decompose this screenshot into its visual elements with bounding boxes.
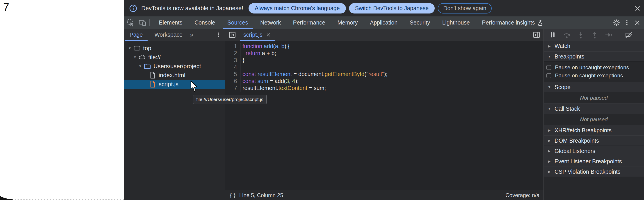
tab-sources[interactable]: Sources [221,16,254,29]
line-number[interactable]: 4 [225,64,237,71]
section-label: Watch [554,43,570,49]
debugger-pane: ▶Watch▼BreakpointsPause on uncaught exce… [544,29,644,200]
close-icon[interactable] [266,32,271,37]
format-code-icon[interactable]: { } [230,192,236,199]
line-number[interactable]: 6 [225,78,237,85]
section-label: XHR/fetch Breakpoints [554,127,612,134]
deactivate-breakpoints-icon[interactable] [624,31,633,39]
info-icon [129,4,137,12]
chevron-down-icon[interactable]: ▼ [132,55,138,59]
checkbox-icon[interactable] [546,73,552,78]
infobar-close-icon[interactable] [634,4,641,12]
section-placeholder: Not paused [544,114,644,125]
tab-security[interactable]: Security [404,16,436,29]
chevron-down-icon[interactable]: ▼ [127,46,133,50]
gutter-divider [237,57,240,64]
section-breakpoints[interactable]: ▼Breakpoints [544,51,644,62]
section-xhr-fetch-breakpoints[interactable]: ▶XHR/fetch Breakpoints [544,125,644,135]
don-t-show-again-button[interactable]: Don't show again [438,3,492,13]
coverage-label: Coverage: n/a [506,192,540,199]
tab-label: Elements [159,19,182,26]
section-label: Event Listener Breakpoints [554,158,622,165]
close-icon[interactable] [634,19,641,26]
editor-tabbar: script.js [225,29,544,41]
checkbox-label: Pause on caught exceptions [555,72,623,79]
code-line-3: 3} [225,57,544,64]
more-menu-icon[interactable] [623,19,630,26]
line-number[interactable]: 7 [225,85,237,92]
section-label: Global Listeners [554,148,595,154]
code-line-5: 5const resultElement = document.getEleme… [225,71,544,78]
tab-performance[interactable]: Performance [287,16,331,29]
tab-network[interactable]: Network [254,16,287,29]
language-infobar: DevTools is now available in Japanese! A… [124,0,644,16]
main-tab-strip: ElementsConsoleSourcesNetworkPerformance… [153,16,550,29]
tab-lighthouse[interactable]: Lighthouse [436,16,476,29]
section-watch[interactable]: ▶Watch [544,41,644,51]
section-label: DOM Breakpoints [554,138,599,144]
tree-item-script-js[interactable]: script.js [124,80,225,89]
chevron-right-icon: ▶ [547,139,552,142]
section-dom-breakpoints[interactable]: ▶DOM Breakpoints [544,135,644,146]
code-text: return a + b; [242,50,276,57]
section-label: Scope [554,84,570,90]
navigator-tab-page[interactable]: Page [124,29,148,41]
checkbox-icon[interactable] [546,65,552,70]
tree-item-users-user-project[interactable]: ▼Users/user/project [124,62,225,71]
option-pause-on-caught-exceptions[interactable]: Pause on caught exceptions [544,72,644,80]
gutter-divider [237,64,240,71]
section-label: Call Stack [554,106,580,112]
chevron-down-icon[interactable]: ▼ [137,64,143,68]
tab-performance-insights[interactable]: Performance insights [476,16,550,29]
tab-application[interactable]: Application [364,16,404,29]
section-csp-violation-breakpoints[interactable]: ▶CSP Violation Breakpoints [544,167,644,177]
navigator-tab-workspace[interactable]: Workspace [148,29,188,41]
tab-elements[interactable]: Elements [153,16,188,29]
code-line-7: 7resultElement.textContent = sum; [225,85,544,92]
section-call-stack[interactable]: ▼Call Stack [544,103,644,114]
device-toolbar-icon[interactable] [138,19,146,26]
code-text: function add(a, b) { [242,43,290,50]
switch-devtools-to-japanese-button[interactable]: Switch DevTools to Japanese [349,3,435,13]
tree-item-label: top [143,45,151,52]
code-area[interactable]: 1function add(a, b) {2 return a + b;3}45… [225,41,544,190]
toolbar-left-icons [127,16,146,29]
tree-item-file[interactable]: ▼file:// [124,53,225,62]
more-tabs-icon[interactable]: » [188,31,195,38]
navigator-tabbar: PageWorkspace » [124,29,225,41]
tree-item-index-html[interactable]: index.html [124,71,225,80]
editor-statusbar: { } Line 5, Column 25 Coverage: n/a [225,190,544,200]
inspect-icon[interactable] [127,19,134,26]
frame-icon [133,44,141,52]
toggle-navigator-icon[interactable] [228,31,236,39]
line-number[interactable]: 3 [225,57,237,64]
tree-item-label: file:// [148,54,161,61]
pause-icon[interactable] [549,31,557,39]
cursor-position-label: Line 5, Column 25 [239,192,283,199]
section-event-listener-breakpoints[interactable]: ▶Event Listener Breakpoints [544,156,644,167]
line-number[interactable]: 2 [225,50,237,57]
section-scope[interactable]: ▼Scope [544,82,644,92]
chevron-down-icon: ▼ [547,107,552,110]
tree-item-top[interactable]: ▼top [124,44,225,53]
settings-gear-icon[interactable] [613,19,620,26]
option-pause-on-uncaught-exceptions[interactable]: Pause on uncaught exceptions [544,63,644,72]
chevron-down-icon: ▼ [547,85,552,89]
devtools-toolbar: ElementsConsoleSourcesNetworkPerformance… [124,16,644,29]
tab-label: Memory [337,19,358,26]
toggle-debugger-sidebar-icon[interactable] [533,31,540,39]
always-match-chrome-s-language-button[interactable]: Always match Chrome's language [248,3,346,13]
more-menu-icon[interactable] [215,31,222,38]
chevron-right-icon: ▶ [547,170,552,174]
line-number[interactable]: 1 [225,43,237,50]
divider [619,32,619,38]
editor-tab-script-js[interactable]: script.js [239,29,275,41]
tab-label: Network [260,19,281,26]
tab-memory[interactable]: Memory [331,16,364,29]
tab-console[interactable]: Console [188,16,221,29]
line-number[interactable]: 5 [225,71,237,78]
code-text: resultElement.textContent = sum; [242,85,326,92]
section-global-listeners[interactable]: ▶Global Listeners [544,146,644,156]
editor-tab-label: script.js [243,31,262,38]
page-number-label: 7 [3,1,9,13]
